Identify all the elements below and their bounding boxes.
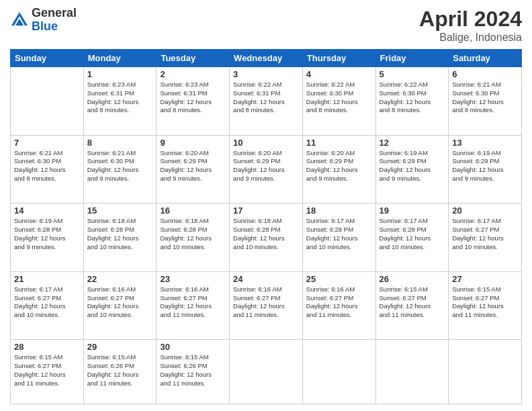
calendar-week-4: 21Sunrise: 6:17 AMSunset: 6:27 PMDayligh… (11, 271, 522, 340)
day-number: 9 (160, 138, 226, 148)
calendar-cell: 16Sunrise: 6:18 AMSunset: 6:28 PMDayligh… (157, 203, 230, 272)
day-info: Sunrise: 6:17 AMSunset: 6:28 PMDaylight:… (380, 217, 445, 251)
day-info: Sunrise: 6:18 AMSunset: 6:28 PMDaylight:… (160, 217, 226, 251)
day-info: Sunrise: 6:20 AMSunset: 6:29 PMDaylight:… (306, 149, 372, 183)
day-number: 24 (233, 274, 299, 284)
calendar-cell: 19Sunrise: 6:17 AMSunset: 6:28 PMDayligh… (375, 203, 449, 272)
day-number: 7 (14, 138, 80, 148)
calendar-cell: 6Sunrise: 6:21 AMSunset: 6:30 PMDaylight… (449, 67, 522, 136)
day-info: Sunrise: 6:15 AMSunset: 6:27 PMDaylight:… (380, 285, 445, 320)
day-number: 12 (380, 138, 445, 148)
col-wednesday: Wednesday (230, 50, 303, 67)
day-info: Sunrise: 6:19 AMSunset: 6:29 PMDaylight:… (452, 149, 518, 183)
calendar-week-5: 28Sunrise: 6:15 AMSunset: 6:27 PMDayligh… (11, 340, 522, 404)
calendar-cell: 20Sunrise: 6:17 AMSunset: 6:27 PMDayligh… (449, 203, 522, 272)
day-number: 13 (452, 138, 518, 148)
day-number: 25 (306, 274, 372, 284)
main-title: April 2024 (419, 7, 522, 32)
calendar-cell: 12Sunrise: 6:19 AMSunset: 6:29 PMDayligh… (375, 135, 449, 203)
day-info: Sunrise: 6:21 AMSunset: 6:30 PMDaylight:… (87, 149, 153, 183)
day-info: Sunrise: 6:23 AMSunset: 6:31 PMDaylight:… (160, 81, 226, 115)
day-info: Sunrise: 6:19 AMSunset: 6:28 PMDaylight:… (14, 217, 80, 251)
day-info: Sunrise: 6:17 AMSunset: 6:27 PMDaylight:… (452, 217, 518, 251)
calendar-cell: 14Sunrise: 6:19 AMSunset: 6:28 PMDayligh… (11, 203, 84, 272)
day-info: Sunrise: 6:16 AMSunset: 6:27 PMDaylight:… (87, 285, 153, 320)
day-number: 28 (14, 342, 80, 352)
day-number: 8 (87, 138, 153, 148)
col-tuesday: Tuesday (157, 50, 230, 67)
day-info: Sunrise: 6:17 AMSunset: 6:27 PMDaylight:… (14, 285, 80, 320)
day-info: Sunrise: 6:15 AMSunset: 6:27 PMDaylight:… (14, 353, 80, 387)
day-info: Sunrise: 6:22 AMSunset: 6:31 PMDaylight:… (233, 81, 299, 115)
day-number: 5 (380, 69, 445, 79)
logo: General Blue (10, 7, 77, 34)
header-row: Sunday Monday Tuesday Wednesday Thursday… (11, 50, 522, 67)
calendar-body: 1Sunrise: 6:23 AMSunset: 6:31 PMDaylight… (11, 67, 522, 404)
day-number: 2 (160, 69, 226, 79)
calendar-table: Sunday Monday Tuesday Wednesday Thursday… (10, 49, 522, 404)
day-info: Sunrise: 6:15 AMSunset: 6:26 PMDaylight:… (87, 353, 153, 387)
calendar-week-2: 7Sunrise: 6:21 AMSunset: 6:30 PMDaylight… (11, 135, 522, 203)
calendar-cell: 22Sunrise: 6:16 AMSunset: 6:27 PMDayligh… (83, 271, 157, 340)
day-info: Sunrise: 6:19 AMSunset: 6:29 PMDaylight:… (380, 149, 445, 183)
logo-blue-text: Blue (32, 20, 77, 34)
calendar-cell: 28Sunrise: 6:15 AMSunset: 6:27 PMDayligh… (11, 340, 84, 404)
calendar-cell: 10Sunrise: 6:20 AMSunset: 6:29 PMDayligh… (230, 135, 303, 203)
logo-icon (10, 11, 29, 30)
day-number: 17 (233, 205, 299, 216)
calendar-cell: 29Sunrise: 6:15 AMSunset: 6:26 PMDayligh… (83, 340, 157, 404)
calendar-cell: 9Sunrise: 6:20 AMSunset: 6:29 PMDaylight… (157, 135, 230, 203)
day-info: Sunrise: 6:23 AMSunset: 6:31 PMDaylight:… (87, 81, 153, 115)
day-info: Sunrise: 6:20 AMSunset: 6:29 PMDaylight:… (233, 149, 299, 183)
day-number: 6 (452, 69, 518, 79)
day-info: Sunrise: 6:18 AMSunset: 6:28 PMDaylight:… (233, 217, 299, 251)
day-info: Sunrise: 6:22 AMSunset: 6:30 PMDaylight:… (306, 81, 372, 115)
col-sunday: Sunday (11, 50, 84, 67)
day-number: 26 (380, 274, 445, 284)
calendar-cell: 18Sunrise: 6:17 AMSunset: 6:28 PMDayligh… (302, 203, 375, 272)
calendar-week-3: 14Sunrise: 6:19 AMSunset: 6:28 PMDayligh… (11, 203, 522, 272)
calendar-cell: 1Sunrise: 6:23 AMSunset: 6:31 PMDaylight… (83, 67, 157, 136)
day-info: Sunrise: 6:22 AMSunset: 6:30 PMDaylight:… (380, 81, 445, 115)
day-number: 23 (160, 274, 226, 284)
calendar-cell: 4Sunrise: 6:22 AMSunset: 6:30 PMDaylight… (302, 67, 375, 136)
day-number: 18 (306, 205, 372, 216)
day-info: Sunrise: 6:16 AMSunset: 6:27 PMDaylight:… (233, 285, 299, 320)
calendar-cell: 23Sunrise: 6:16 AMSunset: 6:27 PMDayligh… (157, 271, 230, 340)
calendar-cell (230, 340, 303, 404)
col-saturday: Saturday (449, 50, 522, 67)
calendar-cell: 3Sunrise: 6:22 AMSunset: 6:31 PMDaylight… (230, 67, 303, 136)
day-info: Sunrise: 6:15 AMSunset: 6:27 PMDaylight:… (452, 285, 518, 320)
col-thursday: Thursday (302, 50, 375, 67)
day-number: 29 (87, 342, 153, 352)
day-info: Sunrise: 6:16 AMSunset: 6:27 PMDaylight:… (306, 285, 372, 320)
calendar-cell: 11Sunrise: 6:20 AMSunset: 6:29 PMDayligh… (302, 135, 375, 203)
calendar-cell: 27Sunrise: 6:15 AMSunset: 6:27 PMDayligh… (449, 271, 522, 340)
day-number: 30 (160, 342, 226, 352)
day-info: Sunrise: 6:20 AMSunset: 6:29 PMDaylight:… (160, 149, 226, 183)
day-number: 19 (380, 205, 445, 216)
day-info: Sunrise: 6:17 AMSunset: 6:28 PMDaylight:… (306, 217, 372, 251)
header: General Blue April 2024 Balige, Indonesi… (10, 7, 522, 44)
calendar-header: Sunday Monday Tuesday Wednesday Thursday… (11, 50, 522, 67)
day-info: Sunrise: 6:21 AMSunset: 6:30 PMDaylight:… (452, 81, 518, 115)
col-monday: Monday (83, 50, 157, 67)
day-number: 10 (233, 138, 299, 148)
day-number: 1 (87, 69, 153, 79)
page: General Blue April 2024 Balige, Indonesi… (0, 0, 532, 411)
calendar-cell (375, 340, 449, 404)
day-info: Sunrise: 6:15 AMSunset: 6:26 PMDaylight:… (160, 353, 226, 387)
day-number: 11 (306, 138, 372, 148)
calendar-cell: 15Sunrise: 6:18 AMSunset: 6:28 PMDayligh… (83, 203, 157, 272)
calendar-cell: 13Sunrise: 6:19 AMSunset: 6:29 PMDayligh… (449, 135, 522, 203)
day-info: Sunrise: 6:16 AMSunset: 6:27 PMDaylight:… (160, 285, 226, 320)
calendar-cell: 26Sunrise: 6:15 AMSunset: 6:27 PMDayligh… (375, 271, 449, 340)
subtitle: Balige, Indonesia (419, 32, 522, 44)
calendar-cell: 30Sunrise: 6:15 AMSunset: 6:26 PMDayligh… (157, 340, 230, 404)
calendar-cell: 25Sunrise: 6:16 AMSunset: 6:27 PMDayligh… (302, 271, 375, 340)
calendar-cell: 17Sunrise: 6:18 AMSunset: 6:28 PMDayligh… (230, 203, 303, 272)
day-number: 3 (233, 69, 299, 79)
day-info: Sunrise: 6:21 AMSunset: 6:30 PMDaylight:… (14, 149, 80, 183)
title-block: April 2024 Balige, Indonesia (419, 7, 522, 44)
day-info: Sunrise: 6:18 AMSunset: 6:28 PMDaylight:… (87, 217, 153, 251)
